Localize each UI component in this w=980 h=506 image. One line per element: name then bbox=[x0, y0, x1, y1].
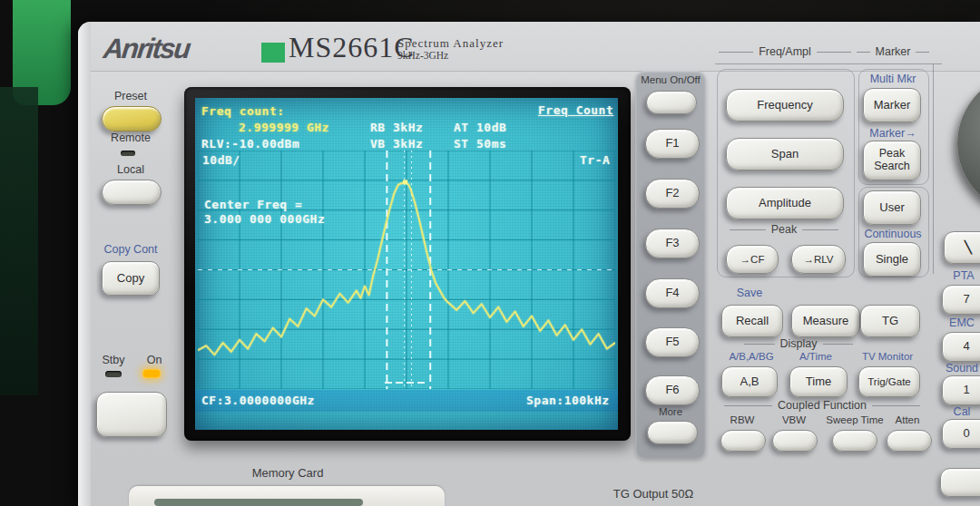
emc-label: EMC bbox=[942, 316, 980, 329]
multi-mkr-label: Multi Mkr bbox=[857, 73, 929, 85]
pta-label: PTA bbox=[944, 269, 980, 282]
cal-label: Cal bbox=[944, 405, 980, 418]
screen-cf-readout: CF:3.0000000GHz bbox=[201, 394, 315, 407]
panel-left-edge bbox=[78, 22, 91, 506]
marker-button[interactable]: Marker bbox=[863, 88, 921, 122]
coupled-function-text: Coupled Function bbox=[778, 399, 867, 412]
sweep-time-button[interactable] bbox=[832, 430, 877, 452]
local-button[interactable] bbox=[102, 180, 162, 205]
save-label: Save bbox=[722, 287, 777, 299]
crt-display: Freq count: Freq Count 2.999999 GHz RB 3… bbox=[195, 98, 618, 430]
peak-label: Peak bbox=[730, 223, 838, 236]
user-button[interactable]: User bbox=[863, 190, 921, 225]
single-button[interactable]: Single bbox=[863, 242, 921, 277]
back-space-key[interactable]: ╲ bbox=[944, 231, 980, 264]
key-1[interactable]: 1 bbox=[942, 375, 980, 405]
remote-led bbox=[121, 151, 135, 156]
atten-button[interactable] bbox=[887, 430, 932, 452]
stby-led bbox=[105, 371, 122, 377]
screen-freq-count-value: 2.999999 GHz bbox=[239, 121, 329, 134]
stby-label: Stby bbox=[93, 354, 134, 366]
more-label: More bbox=[638, 406, 703, 417]
screen-st-readout: ST 50ms bbox=[454, 137, 506, 151]
model-number: MS2661C bbox=[289, 31, 415, 64]
tg-output-label: TG Output 50Ω bbox=[590, 487, 717, 501]
ab-button[interactable]: A,B bbox=[721, 366, 778, 397]
menu-on-off-button[interactable] bbox=[646, 91, 697, 114]
screen-rlv-readout: RLV:-10.00dBm bbox=[201, 137, 299, 151]
recall-button[interactable]: Recall bbox=[721, 305, 783, 337]
screen-scale-label: 10dB/ bbox=[202, 153, 240, 167]
peak-label-text: Peak bbox=[771, 223, 798, 236]
key-7[interactable]: 7 bbox=[942, 285, 980, 315]
screen-center-freq-line2: 3.000 000 000GHz bbox=[204, 212, 325, 226]
display-label: Display bbox=[744, 337, 853, 350]
coupled-function-label: Coupled Function bbox=[724, 399, 920, 412]
frequency-button[interactable]: Frequency bbox=[726, 89, 844, 122]
remote-label: Remote bbox=[94, 131, 167, 144]
softkey-f4[interactable]: F4 bbox=[645, 278, 700, 308]
ab-abg-label: A/B,A/BG bbox=[719, 351, 784, 362]
freq-ampl-title-text: Freq/Ampl bbox=[759, 45, 811, 58]
tg-button[interactable]: TG bbox=[860, 305, 920, 337]
screen-vb-readout: VB 3kHz bbox=[370, 137, 423, 151]
rbw-label: RBW bbox=[720, 414, 765, 425]
marker-title-text: Marker bbox=[876, 45, 911, 58]
rbw-button[interactable] bbox=[720, 430, 766, 452]
softkey-f5[interactable]: F5 bbox=[645, 327, 700, 357]
brand-green-square-icon bbox=[261, 43, 285, 63]
device-range-label: 9kHz-3GHz bbox=[397, 50, 448, 61]
brand-logo: Anritsu bbox=[102, 33, 191, 65]
memory-card-label: Memory Card bbox=[229, 466, 347, 480]
marker-to-cf-button[interactable]: →CF bbox=[726, 245, 779, 274]
tv-monitor-label: TV Monitor bbox=[853, 351, 922, 362]
section-divider bbox=[715, 63, 942, 64]
menu-on-off-label: Menu On/Off bbox=[633, 74, 708, 85]
key-0[interactable]: 0 bbox=[942, 419, 980, 449]
on-label: On bbox=[136, 354, 172, 366]
vbw-label: VBW bbox=[771, 414, 817, 425]
marker-title: Marker bbox=[857, 45, 929, 58]
continuous-label: Continuous bbox=[853, 228, 933, 240]
marker-to-rlv-button[interactable]: →RLV bbox=[791, 245, 846, 274]
screen-trace-label: Tr-A bbox=[580, 153, 610, 167]
display-label-text: Display bbox=[780, 337, 818, 350]
preset-button[interactable] bbox=[102, 106, 162, 131]
screen-center-freq-line1: Center Freq = bbox=[204, 198, 302, 211]
knob-divider bbox=[933, 63, 934, 274]
power-button[interactable] bbox=[96, 392, 167, 437]
screen-freq-count-label: Freq count: bbox=[201, 104, 285, 118]
power-on-led bbox=[142, 369, 161, 378]
background-green-strip bbox=[0, 87, 38, 395]
screen-menu-title: Freq Count bbox=[538, 103, 613, 117]
device-type-label: Spectrum Analyzer bbox=[397, 36, 504, 51]
time-button[interactable]: Time bbox=[789, 366, 848, 397]
sound-label: Sound bbox=[940, 362, 980, 375]
memory-card-slot-opening bbox=[154, 499, 363, 506]
sweep-time-label: Sweep Time bbox=[821, 414, 888, 425]
softkey-f6[interactable]: F6 bbox=[645, 375, 700, 405]
marker-to-label: Marker→ bbox=[857, 127, 929, 140]
a-time-label: A/Time bbox=[788, 351, 844, 362]
screen-at-readout: AT 10dB bbox=[454, 121, 506, 134]
peak-search-button[interactable]: Peak Search bbox=[863, 141, 921, 180]
vbw-button[interactable] bbox=[772, 430, 818, 452]
freq-ampl-title: Freq/Ampl bbox=[719, 45, 851, 58]
local-label: Local bbox=[102, 163, 160, 176]
key-partial[interactable] bbox=[940, 468, 980, 497]
span-button[interactable]: Span bbox=[726, 138, 844, 170]
atten-label: Atten bbox=[884, 414, 931, 425]
key-4[interactable]: 4 bbox=[942, 332, 980, 362]
amplitude-button[interactable]: Amplitude bbox=[726, 187, 844, 219]
softkey-f3[interactable]: F3 bbox=[645, 229, 700, 258]
softkey-f1[interactable]: F1 bbox=[645, 129, 700, 159]
more-button[interactable] bbox=[647, 421, 698, 444]
preset-label: Preset bbox=[102, 90, 160, 102]
spectrum-graticule bbox=[198, 151, 615, 389]
copy-button[interactable]: Copy bbox=[102, 261, 160, 296]
trig-gate-button[interactable]: Trig/Gate bbox=[858, 366, 920, 397]
measure-button[interactable]: Measure bbox=[791, 305, 860, 337]
softkey-f2[interactable]: F2 bbox=[645, 179, 700, 209]
screen-span-readout: Span:100kHz bbox=[526, 394, 610, 407]
screen-rb-readout: RB 3kHz bbox=[370, 121, 423, 134]
